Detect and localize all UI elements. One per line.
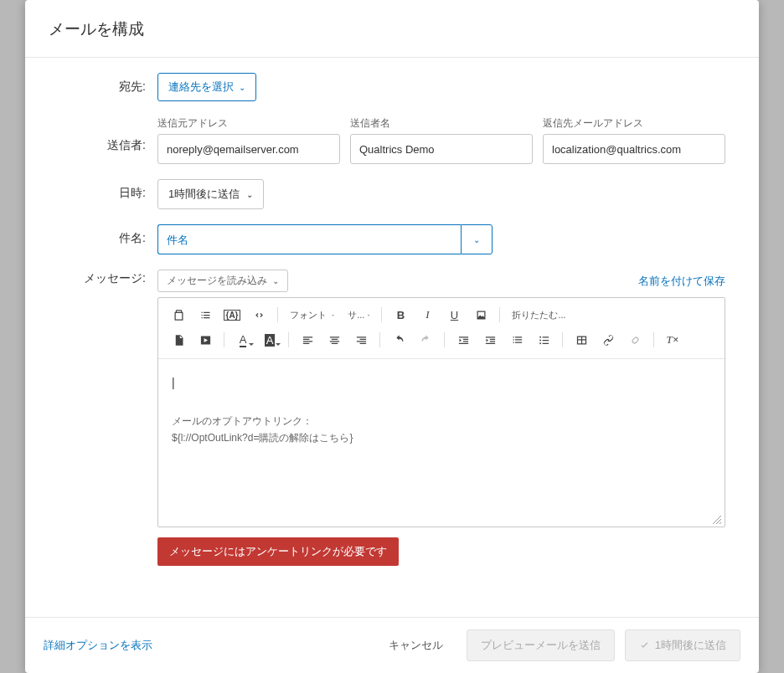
- svg-point-2: [539, 342, 541, 344]
- chevron-down-icon: ⌄: [473, 235, 480, 244]
- cancel-button[interactable]: キャンセル: [375, 630, 456, 660]
- select-contacts-button[interactable]: 連絡先を選択 ⌄: [157, 73, 256, 101]
- resize-handle-icon[interactable]: [713, 515, 723, 525]
- preview-send-button[interactable]: プレビューメールを送信: [467, 629, 615, 661]
- outdent-icon[interactable]: [451, 330, 475, 350]
- piped-text-icon[interactable]: {A}: [220, 305, 244, 325]
- warning-bar: メッセージにはアンケートリンクが必要です: [157, 537, 399, 566]
- reply-to-input[interactable]: [543, 134, 725, 164]
- from-address-group: 送信元アドレス: [157, 116, 340, 164]
- align-center-icon[interactable]: [322, 330, 346, 350]
- redo-icon[interactable]: [414, 330, 437, 350]
- clipboard-icon[interactable]: [167, 305, 190, 325]
- subject-wrap: ⌄: [157, 224, 493, 254]
- send-button[interactable]: 1時間後に送信: [625, 629, 740, 661]
- modal-title: メールを構成: [49, 18, 735, 40]
- separator: [562, 332, 563, 347]
- separator: [653, 332, 654, 347]
- separator: [288, 332, 289, 347]
- label-to: 宛先:: [59, 73, 157, 95]
- from-name-group: 送信者名: [350, 116, 533, 164]
- italic-icon[interactable]: I: [415, 305, 439, 325]
- list-icon[interactable]: [193, 305, 217, 325]
- collapse-toolbar-button[interactable]: 折りたたむ...: [507, 305, 570, 325]
- reply-to-label: 返信先メールアドレス: [543, 116, 725, 131]
- advanced-options-link[interactable]: 詳細オプションを表示: [44, 638, 152, 653]
- font-size-dropdown[interactable]: サ... ·: [343, 305, 374, 325]
- undo-icon[interactable]: [387, 330, 410, 350]
- send-button-label: 1時間後に送信: [655, 638, 726, 653]
- load-message-dropdown[interactable]: メッセージを読み込み ⌄: [157, 270, 288, 292]
- send-time-dropdown[interactable]: 1時間後に送信 ⌄: [157, 179, 264, 209]
- load-message-label: メッセージを読み込み: [167, 274, 267, 288]
- modal-footer: 詳細オプションを表示 キャンセル プレビューメールを送信 1時間後に送信: [25, 617, 759, 673]
- remove-format-icon[interactable]: T✕: [661, 330, 684, 350]
- new-page-icon[interactable]: [167, 330, 190, 350]
- svg-point-0: [539, 336, 541, 337]
- from-address-label: 送信元アドレス: [157, 116, 340, 131]
- underline-icon[interactable]: U: [442, 305, 466, 325]
- label-from: 送信者:: [59, 116, 157, 153]
- chevron-down-icon: ⌄: [272, 276, 279, 285]
- chevron-down-icon: ⌄: [239, 83, 245, 92]
- save-as-link[interactable]: 名前を付けて保存: [638, 274, 725, 289]
- opt-out-code: ${l://OptOutLink?d=購読の解除はこちら}: [172, 431, 711, 445]
- row-from: 送信者: 送信元アドレス 送信者名 返信先メールアドレス: [59, 116, 725, 164]
- editor-body[interactable]: | メールのオプトアウトリンク： ${l://OptOutLink?d=購読の解…: [158, 359, 725, 527]
- send-time-label: 1時間後に送信: [168, 187, 240, 202]
- indent-icon[interactable]: [478, 330, 502, 350]
- from-name-label: 送信者名: [350, 116, 533, 131]
- bullet-list-icon[interactable]: [532, 330, 555, 350]
- svg-point-1: [539, 339, 541, 341]
- align-right-icon[interactable]: [349, 330, 373, 350]
- label-message: メッセージ:: [59, 270, 157, 286]
- message-top-bar: メッセージを読み込み ⌄ 名前を付けて保存: [157, 270, 725, 292]
- separator: [381, 307, 382, 322]
- rich-text-editor: {A} フォント · サ... · B I U 折りたたむ...: [157, 297, 725, 527]
- subject-input[interactable]: [157, 224, 461, 254]
- chevron-down-icon: ⌄: [246, 190, 253, 199]
- cursor: |: [172, 376, 711, 389]
- preview-icon[interactable]: [193, 330, 217, 350]
- select-contacts-label: 連絡先を選択: [168, 80, 234, 95]
- reply-to-group: 返信先メールアドレス: [543, 116, 725, 164]
- compose-email-modal: メールを構成 宛先: 連絡先を選択 ⌄ 送信者: 送信元アドレス 送信者名: [25, 0, 759, 673]
- code-icon[interactable]: [247, 305, 271, 325]
- image-icon[interactable]: [469, 305, 493, 325]
- opt-out-label: メールのオプトアウトリンク：: [172, 414, 711, 429]
- row-when: 日時: 1時間後に送信 ⌄: [59, 179, 725, 209]
- label-when: 日時:: [59, 179, 157, 201]
- align-left-icon[interactable]: [296, 330, 319, 350]
- row-message: メッセージ: メッセージを読み込み ⌄ 名前を付けて保存 {A}: [59, 270, 725, 566]
- subject-dropdown-button[interactable]: ⌄: [461, 224, 493, 254]
- modal-body: 宛先: 連絡先を選択 ⌄ 送信者: 送信元アドレス 送信者名: [25, 58, 759, 617]
- editor-toolbar: {A} フォント · サ... · B I U 折りたたむ...: [158, 298, 725, 359]
- numbered-list-icon[interactable]: [505, 330, 529, 350]
- label-subject: 件名:: [59, 224, 157, 246]
- separator: [379, 332, 380, 347]
- bold-icon[interactable]: B: [389, 305, 412, 325]
- from-name-input[interactable]: [350, 134, 533, 164]
- row-to: 宛先: 連絡先を選択 ⌄: [59, 73, 725, 101]
- from-address-input[interactable]: [157, 134, 340, 164]
- separator: [499, 307, 500, 322]
- check-icon: [639, 640, 650, 651]
- font-family-dropdown[interactable]: フォント ·: [285, 305, 339, 325]
- text-color-icon[interactable]: A: [231, 330, 255, 350]
- background-color-icon[interactable]: A: [258, 330, 281, 350]
- unlink-icon[interactable]: [623, 330, 647, 350]
- separator: [224, 332, 224, 347]
- table-icon[interactable]: [570, 330, 593, 350]
- separator: [444, 332, 445, 347]
- separator: [277, 307, 278, 322]
- link-icon[interactable]: [596, 330, 620, 350]
- modal-header: メールを構成: [25, 0, 759, 58]
- row-subject: 件名: ⌄: [59, 224, 725, 254]
